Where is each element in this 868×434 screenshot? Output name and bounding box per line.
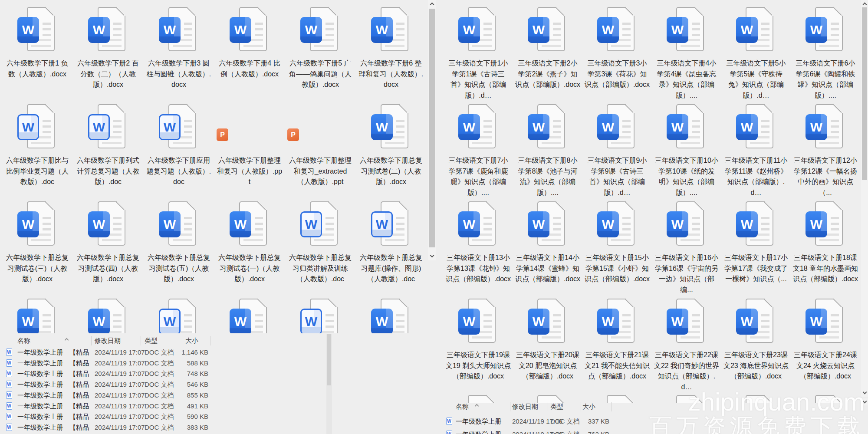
file-item[interactable]: W P 六年级数学下册比与比例毕业复习题（人教版）.doc [3, 103, 72, 187]
file-item[interactable]: W P 三年级语文下册17小学第17课《我变成了一棵树》知识点（... [721, 201, 791, 285]
file-item[interactable]: W P 三年级语文下册21课文21 我不能失信知识点（部编版）.docx [582, 298, 652, 382]
column-divider[interactable] [548, 402, 548, 411]
file-item[interactable]: W P 三年级语文下册5小学第5课《守株待兔》知识点（部编版）.d… [721, 6, 791, 101]
row-file-type: DOC 文档 [145, 402, 174, 411]
file-icon: W P [286, 201, 355, 249]
file-item[interactable]: W P 三年级语文下册4小学第4课《昆虫备忘录》知识点（部编版）.... [652, 6, 721, 101]
file-item[interactable]: W P 六年级数学下册总复习测试卷(二)（人教版）.docx [356, 103, 426, 187]
file-item[interactable]: W P [3, 298, 72, 333]
file-item[interactable]: W P 三年级语文下册14小学第14课《蜜蜂》知识点（部编版）.docx [513, 201, 582, 285]
column-divider[interactable] [510, 402, 510, 411]
column-divider[interactable] [611, 402, 612, 411]
scroll-up-button[interactable] [428, 0, 436, 7]
file-icon: W P [791, 6, 860, 55]
column-divider[interactable] [210, 336, 210, 345]
scrollbar-thumb[interactable] [327, 334, 331, 385]
left-grid-scrollbar[interactable] [428, 0, 436, 260]
file-item[interactable]: W P [73, 298, 143, 333]
chevron-up-icon [430, 3, 434, 7]
column-header-name[interactable]: 名称 [17, 337, 30, 345]
file-item[interactable]: W P 六年级数学下册3 圆柱与圆锥（人教版）.docx [144, 6, 214, 90]
file-item[interactable]: W P 六年级数学下册整理和复习（人教版）.ppt [215, 103, 284, 187]
file-item[interactable]: W P 三年级语文下册23课文23 海底世界知识点（部编版）.docx [721, 298, 791, 382]
file-item[interactable]: W P 三年级语文下册2小学第2课《燕子》知识点（部编版）.docx [513, 6, 582, 90]
file-item[interactable]: W P 六年级数学下册6 整理和复习（人教版）.docx [356, 6, 426, 90]
file-name-label: 三年级语文下册24课文24 火烧云知识点（部编版）.docx [792, 350, 858, 382]
file-item[interactable]: W P 六年级数学下册4 比例（人教版）.docx [215, 6, 284, 79]
file-item[interactable]: W P 三年级语文下册18课文18 童年的水墨画知识点（部编版）.docx [791, 201, 860, 285]
file-item[interactable]: W P 三年级语文下册1小学第1课《古诗三首》知识点（部编版）.d… [444, 6, 513, 101]
file-item[interactable]: W P 三年级语文下册20课文20 肥皂泡知识点（部编版）.docx [513, 298, 582, 382]
table-row[interactable]: W 一年级数学上册 【精品】（基础版）… 2024/11/19 17:07 DO… [0, 411, 217, 422]
file-item[interactable]: W P 六年级数学下册2 百分数（二）（人教版）.docx [73, 6, 143, 90]
file-item[interactable]: W P 六年级数学下册5 广角——鸽巢问题（人教版）.docx [286, 6, 355, 90]
file-item[interactable]: W P 三年级语文下册7小学第7课《鹿角和鹿腿》知识点（部编版）.... [444, 103, 513, 198]
word-w-badge-icon: W [528, 309, 549, 335]
document-lines-decoration [173, 142, 192, 144]
file-item[interactable]: W P 六年级数学下册整理和复习_extracted（人教版）.ppt [286, 103, 355, 187]
scroll-up-button[interactable] [861, 0, 868, 7]
file-item[interactable]: W P [356, 298, 426, 333]
file-item[interactable]: W P 三年级语文下册6小学第6课《陶罐和铁罐》知识点（部编版）.... [791, 6, 860, 101]
column-header-date-modified[interactable]: 修改日期 [512, 403, 538, 411]
document-lines-decoration [243, 239, 263, 241]
file-item[interactable]: W P [286, 298, 355, 333]
file-item[interactable]: W P [215, 298, 284, 333]
file-item[interactable]: W P 三年级语文下册24课文24 火烧云知识点（部编版）.docx [791, 298, 860, 382]
file-item[interactable]: W P 六年级数学下册总复习测试卷(四)（人教版）.docx [73, 201, 143, 285]
column-divider[interactable] [91, 336, 92, 345]
file-item[interactable]: W P 三年级语文下册9小学第9课《古诗三首》知识点（部编版）.d… [582, 103, 652, 198]
left-details-scrollbar[interactable] [326, 334, 332, 434]
file-item[interactable]: W P 六年级数学下册总复习测试卷(三)（人教版）.docx [3, 201, 72, 285]
column-header-type[interactable]: 类型 [145, 337, 158, 345]
file-item[interactable]: W P 三年级语文下册11小学第11课《赵州桥》知识点（部编版）.d… [721, 103, 791, 198]
table-row[interactable]: W 一年级数学上册 【分层训练】1.2 玩具... 2024/11/19 17:… [444, 429, 661, 434]
file-item[interactable]: W P 六年级数学下册总复习归类讲解及训练（人教版）.doc [286, 201, 355, 285]
table-row[interactable]: W 一年级数学上册 【精品】（基础版）… 2024/11/19 17:07 DO… [0, 368, 217, 379]
table-row[interactable]: W 一年级数学上册 【精品】（基础版）… 2024/11/19 17:07 DO… [0, 422, 217, 433]
file-item[interactable]: W P 三年级语文下册19课文19 剃头大师知识点（部编版）.docx [444, 298, 513, 382]
file-item[interactable]: W P 六年级数学下册1 负数（人教版）.docx [3, 6, 72, 79]
word-w-badge-icon: W [458, 309, 480, 335]
column-header-size[interactable]: 大小 [185, 337, 198, 345]
file-item[interactable]: W P 三年级语文下册3小学第3课《荷花》知识点（部编版）.docx [582, 6, 652, 90]
scroll-down-button[interactable] [428, 252, 436, 260]
file-item[interactable]: W P 三年级语文下册12小学第12课《一幅名扬中外的画》知识点（... [791, 103, 860, 198]
file-item[interactable]: W P 三年级语文下册10小学第10课《纸的发明》知识点（部编版）.... [652, 103, 721, 198]
right-grid-scrollbar[interactable] [861, 0, 868, 397]
table-row[interactable]: W 一年级数学上册 【精品】（基础版）… 2024/11/19 17:07 DO… [0, 379, 217, 390]
file-name-label: 三年级语文下册17小学第17课《我变成了一棵树》知识点（... [723, 253, 789, 285]
table-row[interactable]: W 一年级数学上册 【精品】（基础版）… 2024/11/19 17:07 DO… [0, 347, 217, 358]
word-w-badge-icon: W [230, 309, 251, 333]
file-name-label: 三年级语文下册11小学第11课《赵州桥》知识点（部编版）.d… [723, 155, 789, 198]
column-header-date-modified[interactable]: 修改日期 [95, 337, 121, 345]
file-item[interactable]: W P 六年级数学下册总复习测试卷(一)（人教版）.docx [215, 201, 284, 285]
file-item[interactable]: W P 三年级语文下册22课文22 我们奇妙的世界知识点（部编版）.d… [652, 298, 721, 392]
column-divider[interactable] [182, 336, 182, 345]
file-icon: W P [3, 298, 72, 333]
table-row[interactable]: W 一年级数学上册 【精品】（基础版）… 2024/11/19 17:07 DO… [0, 390, 217, 401]
column-header-type[interactable]: 类型 [550, 403, 563, 411]
row-file-size: 337 KB [574, 418, 609, 425]
table-row[interactable]: W 一年级数学上册 【精品】（基础版）… 2024/11/19 17:07 DO… [0, 358, 217, 369]
file-item[interactable]: W P 六年级数学下册总复习题库(操作、图形)（人教版）.doc [356, 201, 426, 285]
file-item[interactable]: W P 三年级语文下册13小学第13课《花钟》知识点（部编版）.docx [444, 201, 513, 285]
file-item[interactable]: W P 三年级语文下册8小学第8课《池子与河流》知识点（部编版）.... [513, 103, 582, 198]
document-lines-decoration [542, 45, 561, 47]
scrollbar-thumb[interactable] [862, 7, 867, 180]
file-name-label: 三年级语文下册10小学第10课《纸的发明》知识点（部编版）.... [654, 155, 720, 198]
column-header-size[interactable]: 大小 [582, 403, 595, 411]
column-divider[interactable] [581, 402, 581, 411]
file-item[interactable]: W P 六年级数学下册总复习测试卷(五)（人教版）.docx [144, 201, 214, 285]
file-item[interactable]: W P 三年级语文下册15小学第15课《小虾》知识点（部编版）.docx [582, 201, 652, 285]
column-header-name[interactable]: 名称 [456, 403, 469, 411]
file-icon: W P [582, 201, 652, 249]
file-item[interactable]: W P 六年级数学下册列式计算总复习题（人教版）.doc [73, 103, 143, 187]
file-item[interactable]: W P [144, 298, 214, 333]
table-row[interactable]: W 一年级数学上册 【分层训练】1.1 快乐... 2024/11/19 17:… [444, 416, 661, 427]
file-item[interactable]: W P 三年级语文下册16小学第16课《宇宙的另一边》知识点（部编... [652, 201, 721, 295]
scrollbar-thumb[interactable] [429, 9, 435, 247]
column-divider[interactable] [141, 336, 141, 345]
table-row[interactable]: W 一年级数学上册 【精品】（基础版）… 2024/11/19 17:07 DO… [0, 401, 217, 412]
file-item[interactable]: W P 六年级数学下册应用题复习题（人教版）.doc [144, 103, 214, 187]
